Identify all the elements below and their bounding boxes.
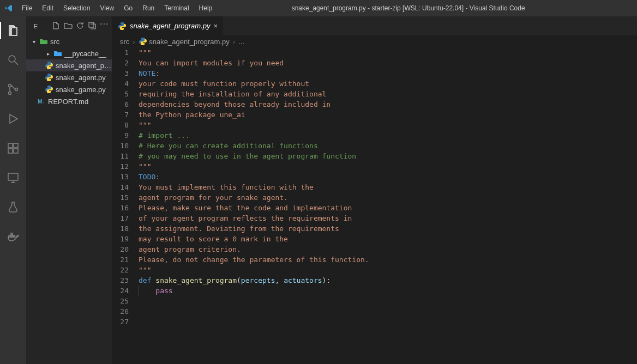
breadcrumb-segment[interactable]: src [120, 38, 129, 46]
line-number: 5 [112, 89, 129, 99]
code-content[interactable]: """You can import modules if you needNOT… [139, 47, 637, 364]
explorer-sidebar: E ··· ▾ src ▸__pycache__snake_agent_pr..… [26, 16, 112, 364]
collapse-icon[interactable] [88, 21, 97, 31]
run-icon[interactable] [0, 108, 26, 130]
code-line[interactable]: def snake_agent_program(percepts, actuat… [139, 275, 637, 286]
code-line[interactable]: Please, do not change the parameters of … [139, 254, 637, 265]
code-line[interactable]: TODO: [139, 172, 637, 182]
tree-file[interactable]: snake_agent.py [26, 71, 112, 83]
breadcrumbs[interactable]: src› snake_agent_program.py›... [112, 35, 637, 47]
svg-point-1 [9, 84, 11, 87]
editor-tabs: snake_agent_program.py× [112, 16, 637, 35]
tree-label: src [50, 38, 59, 46]
line-number: 9 [112, 130, 129, 141]
code-line[interactable]: """ [139, 161, 637, 172]
search-icon[interactable] [0, 49, 26, 71]
docker-icon[interactable] [0, 226, 26, 247]
remote-explorer-icon[interactable] [0, 167, 26, 189]
breadcrumb-segment[interactable]: ... [238, 38, 244, 46]
menu-help[interactable]: Help [195, 2, 217, 14]
line-number: 19 [112, 234, 129, 244]
line-number: 18 [112, 223, 129, 234]
menu-edit[interactable]: Edit [38, 2, 58, 14]
testing-icon[interactable] [0, 196, 26, 218]
code-line[interactable]: You must implement this function with th… [139, 182, 637, 192]
line-number: 25 [112, 296, 129, 306]
tree-folder[interactable]: ▸__pycache__ [26, 47, 112, 59]
menu-run[interactable]: Run [138, 2, 159, 14]
scm-icon[interactable] [0, 78, 26, 100]
menu-view[interactable]: View [95, 2, 118, 14]
code-line[interactable]: # import ... [139, 130, 637, 141]
code-line[interactable]: """ [139, 120, 637, 130]
code-line[interactable]: the Python package une_ai [139, 110, 637, 120]
line-number: 14 [112, 182, 129, 192]
tree-label: __pycache__ [64, 50, 106, 58]
chevron-right-icon: › [133, 38, 135, 46]
line-number: 8 [112, 120, 129, 130]
menu-go[interactable]: Go [119, 2, 137, 14]
line-number: 6 [112, 99, 129, 110]
folder-open-icon [39, 37, 48, 46]
tree-file[interactable]: snake_agent_pr... [26, 59, 112, 71]
menu-file[interactable]: File [17, 2, 37, 14]
code-line[interactable]: requiring the installation of any additi… [139, 89, 637, 99]
svg-rect-5 [8, 149, 13, 153]
menu-selection[interactable]: Selection [59, 2, 94, 14]
tree-file[interactable]: M↓REPORT.md [26, 95, 112, 107]
code-line[interactable]: You can import modules if you need [139, 58, 637, 68]
code-line[interactable]: NOTE: [139, 68, 637, 78]
code-line[interactable]: may result to score a 0 mark in the [139, 234, 637, 244]
code-line[interactable]: your code must function properly without [139, 78, 637, 89]
code-editor[interactable]: 1234567891011121314151617181920212223242… [112, 47, 637, 364]
tree-label: snake_agent.py [56, 74, 106, 82]
editor-tab[interactable]: snake_agent_program.py× [112, 16, 224, 35]
new-folder-icon[interactable] [64, 21, 73, 31]
new-file-icon[interactable] [52, 21, 61, 31]
svg-point-3 [15, 88, 18, 91]
code-line[interactable]: Please, make sure that the code and impl… [139, 203, 637, 213]
close-icon[interactable]: × [213, 22, 218, 30]
chevron-right-icon: ▸ [45, 51, 51, 57]
tree-folder-root[interactable]: ▾ src [26, 35, 112, 47]
markdown-file-icon: M↓ [37, 97, 46, 106]
code-line[interactable]: the assignment. Deviating from the requi… [139, 223, 637, 234]
explorer-header: E ··· [26, 16, 112, 35]
code-line[interactable]: of your agent program reflects the requi… [139, 213, 637, 223]
line-number: 2 [112, 58, 129, 68]
explorer-title: E [34, 23, 38, 29]
code-line[interactable]: agent program criterion. [139, 244, 637, 254]
svg-rect-6 [14, 149, 18, 153]
code-line[interactable]: dependencies beyond those already includ… [139, 99, 637, 110]
line-number-gutter: 1234567891011121314151617181920212223242… [112, 47, 139, 364]
tree-file[interactable]: snake_game.py [26, 83, 112, 95]
code-line[interactable]: """ [139, 47, 637, 58]
tree-label: REPORT.md [48, 98, 88, 106]
line-number: 20 [112, 244, 129, 254]
title-bar: FileEditSelectionViewGoRunTerminalHelp s… [0, 0, 637, 16]
line-number: 13 [112, 172, 129, 182]
svg-point-2 [9, 92, 11, 95]
more-actions-icon[interactable]: ··· [100, 21, 109, 30]
refresh-icon[interactable] [76, 21, 85, 31]
svg-rect-13 [89, 22, 94, 27]
explorer-icon[interactable] [0, 20, 26, 41]
vscode-logo-icon [4, 4, 13, 13]
extensions-icon[interactable] [0, 137, 26, 159]
line-number: 3 [112, 68, 129, 78]
file-tree: ▾ src ▸__pycache__snake_agent_pr...snake… [26, 35, 112, 107]
line-number: 16 [112, 203, 129, 213]
code-line[interactable]: # Here you can create additional functio… [139, 141, 637, 151]
tab-label: snake_agent_program.py [130, 22, 210, 30]
code-line[interactable]: # you may need to use in the agent progr… [139, 151, 637, 161]
code-line[interactable]: pass [139, 286, 637, 296]
code-line[interactable]: agent program for your snake agent. [139, 192, 637, 203]
menu-terminal[interactable]: Terminal [160, 2, 193, 14]
svg-rect-8 [8, 173, 18, 180]
workbench: E ··· ▾ src ▸__pycache__snake_agent_pr..… [0, 16, 637, 364]
code-line[interactable]: """ [139, 265, 637, 275]
breadcrumb-segment[interactable]: snake_agent_program.py [139, 37, 230, 46]
python-file-icon [45, 85, 53, 94]
svg-rect-12 [11, 233, 13, 235]
editor-group: snake_agent_program.py× src› snake_agent… [112, 16, 637, 364]
